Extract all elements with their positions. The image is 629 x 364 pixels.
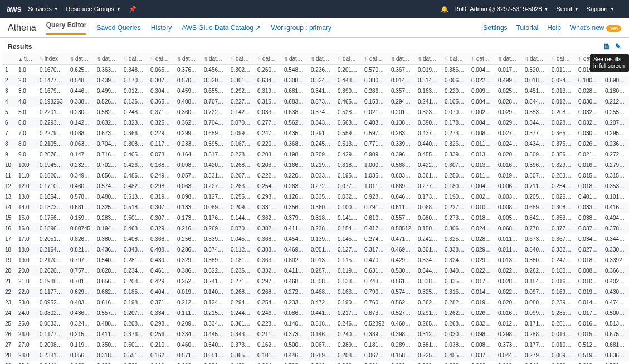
table-cell: 0.80235184 [281,255,308,265]
table-cell: 0.45977213 [174,86,201,96]
services-menu[interactable]: Services▼ [28,6,58,12]
column-header[interactable]: ⇅datach13 [388,53,415,65]
table-row[interactable]: 66.00.229302190.142050370.632354650.3230… [2,117,629,128]
help-link[interactable]: Help [547,24,561,32]
column-header[interactable]: ⇅datach2 [94,53,121,65]
table-row[interactable]: 1111.00.182008780.349233830.65678910.486… [2,170,629,181]
column-header[interactable]: ⇅datach12 [362,53,388,65]
table-row[interactable]: 1919.00.217096810.79757390.5408810.28174… [2,255,629,265]
column-header[interactable]: ⇅datach16 [469,53,495,65]
table-cell: 0.46979638 [281,244,308,255]
notifications-icon[interactable]: 🔔 [441,6,448,13]
column-header[interactable]: ⇅datach14 [415,53,442,65]
column-header[interactable]: ⇅datach11 [335,53,362,65]
table-cell: 0.3657552 [148,96,174,107]
tab-glue-catalog[interactable]: AWS Glue Data Catalog ↗ [182,24,261,32]
table-row[interactable]: 2222.00.117733830.62998290.662183740.185… [2,287,629,297]
table-cell: 0.33423187 [201,318,228,329]
table-row[interactable]: 77.00.227920480.08898930.673875170.36625… [2,128,629,139]
table-row[interactable]: 1515.00.175630960.159412230.283822180.50… [2,213,629,223]
table-row[interactable]: 1212.00.171031480.460264830.574866040.48… [2,181,629,191]
table-row[interactable]: 2121.00.198813060.70185410.65670840.2085… [2,276,629,287]
table-cell: 0.27978303 [602,160,629,170]
table-cell: 0.5205247 [522,65,549,76]
fullscreen-icon[interactable]: ✎ [615,42,621,51]
column-header[interactable]: ⇅datach5 [174,53,201,65]
table-row[interactable]: 33.00.167933060.44602910.49945080.012216… [2,86,629,96]
column-header[interactable]: ⇅datach8 [255,53,281,65]
table-cell: 0.37619766 [174,65,201,76]
table-row[interactable]: 44.00.1982630.33811540.52667360.13667442… [2,96,629,107]
table-cell: 0.33921669 [442,149,469,160]
table-row[interactable]: 2727.00.209879820.119702140.350960570.50… [2,340,629,350]
table-cell: 0.34493755 [522,96,549,107]
table-row[interactable]: 2525.00.0833575650.32497070.488030260.20… [2,318,629,329]
table-row[interactable]: 2929.00.244187180.0581270810.3936520.706… [2,361,629,364]
column-header[interactable]: ⇅datach1 [67,53,94,65]
table-cell: 0.4614265 [148,265,174,276]
table-cell: 0.4200174 [201,160,228,170]
table-row[interactable]: 88.00.210571020.063662310.704183760.3081… [2,139,629,149]
table-cell: 0.16707319 [37,65,67,76]
aws-logo[interactable]: aws [7,4,21,13]
table-row[interactable]: 1010.00.194532330.23229630.7029820.42602… [2,160,629,170]
table-cell: 22.0 [16,287,37,297]
table-row[interactable]: 1313.00.166440770.578351740.480277070.51… [2,191,629,202]
table-cell: 0.05634345 [67,350,94,361]
column-header[interactable]: ⇅datach19 [549,53,576,65]
table-row[interactable]: 2020.00.262064680.757403830.62089650.234… [2,265,629,276]
table-row[interactable]: 2626.00.1177160150.215023250.411033920.3… [2,329,629,340]
tab-query-editor[interactable]: Query Editor [46,21,87,35]
table-cell: 0.011705276 [469,139,495,149]
column-header[interactable]: ⇅datach15 [442,53,469,65]
results-label: Results [8,43,32,51]
table-row[interactable]: 55.00.220193370.230100130.5820180.248729… [2,107,629,117]
download-icon[interactable]: 🗎 [603,42,611,51]
table-cell: 0.14205037 [67,117,94,128]
table-cell: 0.2418132 [415,96,442,107]
column-header[interactable]: ⇅datach18 [522,53,549,65]
table-cell: 29.0 [16,361,37,364]
table-cell: 0.40806845 [121,234,148,244]
table-row[interactable]: 1616.00.189618040.807450.194217030.46324… [2,223,629,234]
table-row[interactable]: 99.00.207638760.14741270.716512740.40535… [2,149,629,160]
column-header[interactable]: ⇅datach10 [308,53,335,65]
whatsnew-link[interactable]: What's newnew [570,24,621,32]
table-row[interactable]: 11.00.167073190.625059170.363891720.3486… [2,65,629,76]
support-menu[interactable]: Support▼ [587,6,615,12]
settings-link[interactable]: Settings [483,24,507,32]
tab-saved-queries[interactable]: Saved Queries [96,24,140,32]
account-menu[interactable]: RnD_Admin @ 3297-5319-5028▼ [454,6,548,12]
column-header[interactable] [2,53,16,65]
column-header[interactable]: ⇅datach3 [121,53,148,65]
tutorial-link[interactable]: Tutorial [516,24,539,32]
column-header[interactable]: ⇅datach6 [201,53,228,65]
table-cell: 0.38140001 [415,340,442,350]
table-row[interactable]: 2424.00.0802822330.43657420.55764050.207… [2,308,629,318]
column-header[interactable]: ⇅datach4 [148,53,174,65]
table-row[interactable]: 2323.00.0952490740.40396660.616233170.19… [2,297,629,308]
column-header[interactable]: ⇅datach7 [228,53,255,65]
table-cell: 0.24952428 [148,170,174,181]
table-cell: 0.30232613 [228,65,255,76]
column-header[interactable]: ⇅index [37,53,67,65]
table-cell: 0.47405604 [602,297,629,308]
table-cell: 0.26280547 [442,308,469,318]
table-row[interactable]: 1818.00.216458930.821864850.43681750.343… [2,244,629,255]
table-cell: 0.28254504 [442,297,469,308]
table-row[interactable]: 1717.00.205191280.826928260.380111040.40… [2,234,629,244]
table-row[interactable]: 1414.00.187367050.68124030.325007680.518… [2,202,629,213]
table-cell: 0.2920254 [228,86,255,96]
column-header[interactable]: ⇅datach9 [281,53,308,65]
pin-icon[interactable]: 📌 [129,6,136,13]
region-menu[interactable]: Seoul▼ [556,6,578,12]
resource-groups-menu[interactable]: Resource Groups▼ [66,6,121,12]
table-row[interactable]: 22.00.14778790.54831540.439726540.170197… [2,75,629,86]
tab-history[interactable]: History [151,24,172,32]
column-header[interactable]: ▲time [16,53,37,65]
column-header[interactable]: ⇅datach17 [495,53,522,65]
table-row[interactable]: 2828.00.238199750.056343450.318212550.55… [2,350,629,361]
table-cell: 0.0889893 [67,128,94,139]
table-cell: 1.0116275 [362,181,388,191]
tab-workgroup[interactable]: Workgroup : primary [271,24,331,32]
